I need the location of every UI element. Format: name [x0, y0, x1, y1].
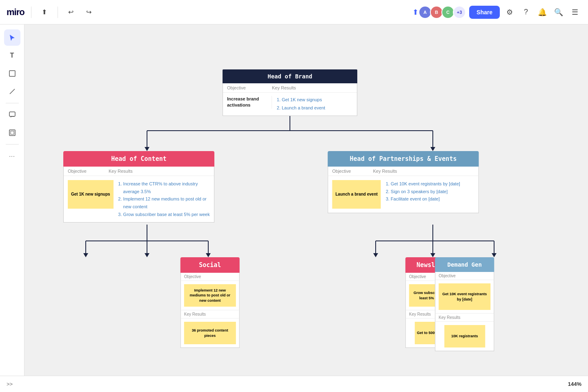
hoc-kr-1: Increase the CTR% to above industry aver… [123, 180, 210, 195]
head-of-content-container: Head of Content Objective Key Results Ge… [63, 151, 214, 223]
hoc-kr-3: Grow subscriber base at least 5% per wee… [123, 211, 210, 218]
head-of-brand-container: Head of Brand Objective Key Results Incr… [223, 69, 357, 116]
social-obj-label: Objective [181, 273, 239, 281]
avatar-more: +3 [453, 6, 466, 19]
head-of-brand-title: Head of Brand [223, 69, 357, 83]
board-list-icon[interactable]: ☰ [568, 6, 581, 19]
line-tool[interactable] [4, 83, 20, 100]
sep-1 [31, 7, 31, 18]
chevron-right-icon: >> [7, 381, 13, 387]
diagram: Head of Brand Objective Key Results Incr… [45, 37, 535, 363]
demand-gen-obj-body: Get 10K event registrants by [date] [435, 280, 494, 313]
head-of-partnerships-title: Head of Partnerships & Events [328, 151, 479, 167]
avatar-group: ⬆ A B C +3 [412, 6, 466, 19]
hoc-sticky: Get 1K new signups [68, 180, 114, 209]
svg-marker-14 [83, 253, 88, 257]
svg-marker-10 [430, 147, 435, 151]
social-kr-sticky: 36 promoted content pieces [184, 322, 236, 344]
demand-gen-container: Demand Gen Objective Get 10K event regis… [435, 257, 494, 351]
hoc-col-headers: Objective Key Results [64, 167, 214, 176]
canvas-inner: Head of Brand Objective Key Results Incr… [24, 24, 555, 376]
share-button[interactable]: Share [469, 6, 500, 19]
main-area: T ··· [0, 24, 588, 376]
hop-kr: Get 10K event registrants by [date] Sign… [385, 180, 474, 203]
hob-row: Increase brand activations Get 1K new si… [223, 93, 357, 116]
head-of-brand-body: Objective Key Results Increase brand act… [223, 83, 357, 116]
social-kr-label: Key Results [181, 310, 239, 318]
hob-col-headers: Objective Key Results [223, 83, 357, 93]
search-icon[interactable]: 🔍 [552, 6, 565, 19]
head-of-content-title: Head of Content [63, 151, 214, 167]
demand-gen-kr-sticky: 10K registrants [444, 325, 485, 347]
hob-objective: Increase brand activations [227, 96, 272, 109]
cursor-tool[interactable] [4, 29, 20, 46]
svg-rect-2 [9, 112, 15, 116]
head-of-content-body: Objective Key Results Get 1K new signups… [63, 167, 214, 223]
svg-rect-4 [11, 131, 14, 134]
upload-button[interactable]: ⬆ [38, 6, 51, 19]
demand-gen-kr-body: 10K registrants [435, 322, 494, 351]
svg-marker-24 [430, 253, 435, 257]
hoc-kr-2: Implement 12 new mediums to post old or … [123, 195, 210, 210]
social-obj-body: Implement 12 new mediums to post old or … [181, 281, 239, 310]
topbar-right: ⬆ A B C +3 Share ⚙ ? 🔔 🔍 ☰ [412, 6, 581, 19]
social-body: Objective Implement 12 new mediums to po… [180, 273, 240, 348]
topbar: miro ⬆ ↩ ↪ ⬆ A B C +3 Share ⚙ ? 🔔 🔍 ☰ [0, 0, 588, 24]
hop-col-headers: Objective Key Results [328, 167, 479, 176]
hop-kr-2: Sign on 3 speakers by [date] [391, 188, 474, 196]
comment-tool[interactable] [4, 107, 20, 123]
settings-icon[interactable]: ⚙ [503, 6, 516, 19]
hop-row: Launch a brand event Get 10K event regis… [328, 176, 479, 213]
app-logo[interactable]: miro [7, 7, 24, 18]
head-of-partnerships-body: Objective Key Results Launch a brand eve… [328, 167, 479, 213]
frame-tool[interactable] [4, 125, 20, 141]
hoc-row: Get 1K new signups Increase the CTR% to … [64, 176, 214, 222]
sep-2 [58, 7, 58, 18]
svg-rect-0 [9, 71, 15, 76]
social-title: Social [180, 257, 240, 273]
hob-kr-2: Launch a brand event [282, 104, 353, 112]
tool-sep [6, 103, 19, 103]
head-of-partnerships-container: Head of Partnerships & Events Objective … [328, 151, 479, 213]
svg-marker-26 [492, 253, 497, 257]
social-obj-sticky: Implement 12 new mediums to post old or … [184, 284, 236, 307]
hop-sticky: Launch a brand event [332, 180, 381, 209]
canvas[interactable]: Head of Brand Objective Key Results Incr… [24, 24, 588, 376]
sticky-tool[interactable] [4, 65, 20, 82]
svg-marker-8 [145, 147, 149, 151]
more-tools[interactable]: ··· [4, 148, 20, 164]
hob-kr-1: Get 1K new signups [282, 96, 353, 104]
zoom-level: 144% [568, 381, 581, 387]
hoc-kr: Increase the CTR% to above industry aver… [118, 180, 210, 218]
demand-gen-kr-label: Key Results [435, 313, 494, 322]
notification-icon[interactable]: 🔔 [536, 6, 549, 19]
svg-line-1 [10, 89, 15, 94]
svg-marker-16 [145, 253, 149, 257]
demand-gen-title: Demand Gen [435, 257, 494, 272]
bottom-bar: >> 144% [0, 376, 588, 392]
demand-gen-obj-sticky: Get 10K event registrants by [date] [439, 283, 490, 310]
redo-button[interactable]: ↪ [82, 6, 96, 19]
hop-kr-1: Get 10K event registrants by [date] [391, 180, 474, 188]
undo-button[interactable]: ↩ [65, 6, 78, 19]
social-container: Social Objective Implement 12 new medium… [180, 257, 240, 348]
social-kr-body: 36 promoted content pieces [181, 318, 239, 347]
hob-kr: Get 1K new signups Launch a brand event [272, 96, 353, 112]
help-icon[interactable]: ? [519, 6, 532, 19]
demand-gen-body: Objective Get 10K event registrants by [… [435, 272, 494, 351]
left-toolbar: T ··· [0, 24, 24, 376]
hop-kr-3: Facilitate event on [date] [391, 195, 474, 203]
text-tool[interactable]: T [4, 47, 20, 64]
svg-marker-22 [373, 253, 378, 257]
demand-gen-obj-label: Objective [435, 272, 494, 280]
svg-rect-3 [9, 130, 15, 136]
svg-marker-18 [206, 253, 211, 257]
cursor-icon: ⬆ [412, 8, 419, 17]
collapse-panel[interactable]: >> [7, 381, 13, 387]
tool-sep-2 [6, 144, 19, 145]
